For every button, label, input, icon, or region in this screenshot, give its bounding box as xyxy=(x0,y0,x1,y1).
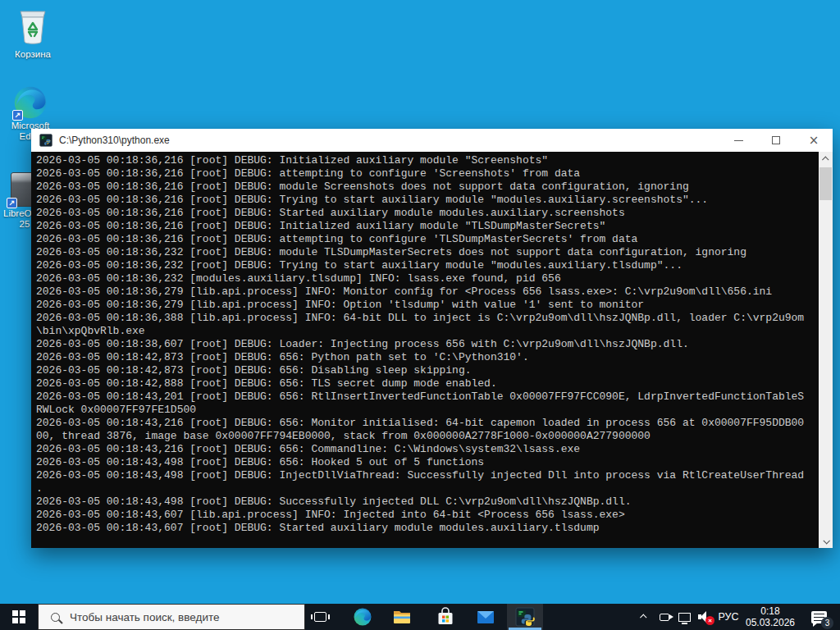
camera-icon xyxy=(660,614,669,621)
tray-network-button[interactable] xyxy=(674,604,694,630)
console-line: 2026-03-05 00:18:43,498 [root] DEBUG: Su… xyxy=(36,495,804,509)
taskbar-item-microsoft-store[interactable] xyxy=(427,604,463,630)
tray-show-hidden-icons-button[interactable] xyxy=(635,604,653,630)
task-view-button[interactable] xyxy=(302,604,338,630)
chevron-up-icon xyxy=(640,614,646,620)
close-button[interactable]: × xyxy=(795,129,833,152)
tray-volume-button[interactable]: × xyxy=(694,604,715,630)
clock-date: 05.03.2026 xyxy=(746,617,795,628)
tray-clock[interactable]: 0:18 05.03.2026 xyxy=(742,604,799,630)
notification-badge: 3 xyxy=(821,617,833,629)
console-line: 2026-03-05 00:18:36,216 [root] DEBUG: In… xyxy=(36,154,804,167)
python-console-icon xyxy=(515,607,535,627)
console-line: 2026-03-05 00:18:43,216 [root] DEBUG: 65… xyxy=(36,417,804,430)
console-line: 2026-03-05 00:18:36,232 [root] DEBUG: mo… xyxy=(36,246,804,259)
console-line: 2026-03-05 00:18:36,216 [root] DEBUG: mo… xyxy=(36,180,804,194)
window-titlebar[interactable]: C:\Python310\python.exe × xyxy=(31,129,833,152)
console-line: 2026-03-05 00:18:42,873 [root] DEBUG: 65… xyxy=(36,364,804,377)
console-line: 2026-03-05 00:18:43,607 [root] DEBUG: St… xyxy=(36,522,804,535)
console-line: 2026-03-05 00:18:42,888 [root] DEBUG: 65… xyxy=(36,377,804,390)
tray-language-indicator[interactable]: РУС xyxy=(715,604,742,630)
console-output: 2026-03-05 00:18:36,216 [root] DEBUG: In… xyxy=(31,152,833,548)
shortcut-arrow-icon: ↗ xyxy=(12,110,23,121)
scroll-down-button[interactable] xyxy=(819,534,833,548)
console-line: RWLock 0x00007FF97FE1D500 xyxy=(36,404,804,417)
action-center-button[interactable]: 3 xyxy=(802,604,835,630)
console-line: 2026-03-05 00:18:36,216 [root] DEBUG: at… xyxy=(36,167,804,180)
speaker-muted-icon: × xyxy=(698,611,711,623)
desktop-icon-label: Корзина xyxy=(11,49,54,60)
console-line: 2026-03-05 00:18:36,216 [root] DEBUG: St… xyxy=(36,207,804,220)
search-icon xyxy=(51,613,60,622)
start-button[interactable] xyxy=(0,604,38,630)
minimize-button[interactable] xyxy=(719,129,757,152)
console-line: \bin\xpQbvRlb.exe xyxy=(36,325,804,338)
shortcut-arrow-icon: ↗ xyxy=(7,198,17,208)
console-line: 00, thread 3876, image base 0x00007FF794… xyxy=(36,430,804,443)
console-line: 2026-03-05 00:18:43,498 [root] DEBUG: 65… xyxy=(36,456,804,469)
desktop: { "desktop": { "icons": [ { "label1": "К… xyxy=(0,0,840,630)
console-window: C:\Python310\python.exe × 2026-03-05 00:… xyxy=(31,129,833,548)
console-line: 2026-03-05 00:18:36,232 [modules.auxilia… xyxy=(36,272,804,285)
taskbar: Чтобы начать поиск, введите xyxy=(0,604,840,630)
language-label: РУС xyxy=(718,611,738,623)
search-input[interactable]: Чтобы начать поиск, введите xyxy=(38,604,305,630)
scroll-up-button[interactable] xyxy=(819,152,833,166)
scrollbar[interactable] xyxy=(819,152,833,548)
taskbar-item-edge[interactable] xyxy=(345,604,381,630)
python-console-icon xyxy=(39,134,52,147)
edge-icon xyxy=(353,607,372,627)
console-log-text: 2026-03-05 00:18:36,216 [root] DEBUG: In… xyxy=(36,154,804,535)
mute-badge-icon: × xyxy=(705,616,714,625)
mail-icon xyxy=(476,607,495,627)
console-line: 2026-03-05 00:18:36,216 [root] DEBUG: Tr… xyxy=(36,194,804,207)
console-line: 2026-03-05 00:18:36,216 [root] DEBUG: In… xyxy=(36,220,804,233)
desktop-icon-recycle-bin[interactable]: Корзина xyxy=(11,7,54,60)
taskbar-item-file-explorer[interactable] xyxy=(384,604,420,630)
console-line: 2026-03-05 00:18:42,873 [root] DEBUG: 65… xyxy=(36,351,804,364)
console-line: 2026-03-05 00:18:36,279 [lib.api.process… xyxy=(36,285,804,299)
console-line: 2026-03-05 00:18:43,201 [root] DEBUG: 65… xyxy=(36,390,804,404)
taskbar-item-mail[interactable] xyxy=(468,604,504,630)
recycle-bin-icon xyxy=(14,7,52,46)
console-line: 2026-03-05 00:18:36,232 [root] DEBUG: Tr… xyxy=(36,259,804,272)
chevron-down-icon xyxy=(823,537,829,544)
clock-time: 0:18 xyxy=(760,605,779,617)
console-line: 2026-03-05 00:18:36,216 [root] DEBUG: at… xyxy=(36,233,804,246)
microsoft-store-icon xyxy=(436,607,455,627)
windows-logo-icon xyxy=(12,610,26,624)
window-title: C:\Python310\python.exe xyxy=(59,135,170,146)
console-line: 2026-03-05 00:18:43,216 [root] DEBUG: 65… xyxy=(36,443,804,456)
minimize-icon xyxy=(734,140,743,141)
file-explorer-icon xyxy=(392,607,412,627)
maximize-icon xyxy=(772,136,780,144)
search-placeholder: Чтобы начать поиск, введите xyxy=(70,611,219,623)
network-icon xyxy=(678,613,691,622)
taskbar-item-python-console[interactable] xyxy=(507,604,543,630)
task-view-icon xyxy=(314,612,326,622)
maximize-button[interactable] xyxy=(757,129,795,152)
console-line: 2026-03-05 00:18:36,279 [lib.api.process… xyxy=(36,299,804,312)
scrollbar-thumb[interactable] xyxy=(819,167,832,200)
close-icon: × xyxy=(809,135,819,147)
console-line: 2026-03-05 00:18:38,607 [root] DEBUG: Lo… xyxy=(36,338,804,351)
tray-meet-now-button[interactable] xyxy=(655,604,674,630)
chevron-up-icon xyxy=(822,156,829,162)
console-line: 2026-03-05 00:18:43,498 [root] DEBUG: In… xyxy=(36,469,804,482)
console-line: 2026-03-05 00:18:36,388 [lib.api.process… xyxy=(36,312,804,325)
console-line: . xyxy=(36,482,804,495)
console-line: 2026-03-05 00:18:43,607 [lib.api.process… xyxy=(36,509,804,522)
